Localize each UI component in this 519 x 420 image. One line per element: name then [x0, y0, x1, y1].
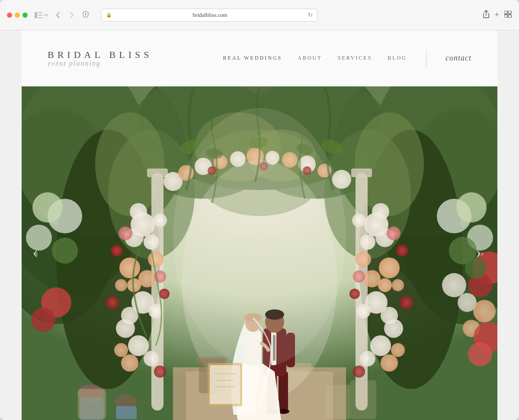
- svg-rect-9: [508, 15, 511, 18]
- svg-point-56: [114, 343, 128, 357]
- svg-point-43: [115, 279, 127, 291]
- svg-rect-3: [38, 17, 42, 18]
- sidebar-toggle[interactable]: [35, 12, 48, 18]
- back-button[interactable]: [53, 10, 63, 20]
- main-nav: BRIDAL BLISS event planning REAL WEDDING…: [22, 30, 497, 86]
- svg-rect-135: [197, 356, 227, 363]
- svg-rect-31: [147, 169, 168, 177]
- slider-next-button[interactable]: ›: [476, 247, 489, 260]
- svg-rect-121: [279, 372, 288, 410]
- svg-rect-33: [351, 169, 372, 177]
- svg-point-49: [159, 289, 170, 299]
- svg-point-153: [173, 108, 346, 367]
- svg-point-77: [370, 335, 391, 356]
- nav-link-services[interactable]: SERVICES: [338, 55, 372, 61]
- lock-icon: 🔒: [106, 12, 112, 18]
- svg-point-60: [360, 234, 375, 250]
- svg-point-91: [473, 300, 496, 322]
- svg-point-47: [116, 319, 135, 338]
- browser-titlebar: 🔒 bridalbliss.com ↻ +: [0, 0, 519, 30]
- forward-button[interactable]: [67, 10, 77, 20]
- svg-point-42: [148, 251, 163, 267]
- svg-point-89: [442, 273, 466, 297]
- nav-link-real-weddings[interactable]: REAL WEDDINGS: [223, 55, 282, 61]
- svg-point-38: [153, 213, 167, 227]
- svg-point-96: [32, 192, 63, 223]
- share-icon[interactable]: [483, 10, 490, 20]
- svg-point-51: [119, 226, 132, 240]
- svg-point-75: [387, 226, 400, 240]
- close-button[interactable]: [7, 13, 12, 18]
- svg-point-70: [356, 304, 371, 318]
- svg-point-67: [392, 279, 404, 291]
- svg-point-83: [456, 192, 487, 223]
- address-bar[interactable]: 🔒 bridalbliss.com ↻: [101, 9, 317, 22]
- svg-point-99: [31, 308, 55, 332]
- svg-point-55: [121, 354, 138, 372]
- svg-rect-145: [116, 406, 137, 419]
- svg-point-64: [363, 270, 381, 287]
- svg-point-74: [400, 296, 413, 309]
- nav-divider: [426, 50, 426, 67]
- svg-point-54: [144, 351, 159, 366]
- site-logo[interactable]: BRIDAL BLISS event planning: [48, 49, 152, 67]
- svg-point-50: [106, 296, 119, 309]
- svg-rect-0: [35, 12, 37, 18]
- svg-point-100: [52, 238, 78, 264]
- svg-rect-2: [38, 15, 42, 16]
- svg-point-73: [349, 289, 360, 299]
- browser-right-controls: +: [483, 10, 512, 20]
- svg-rect-5: [85, 14, 86, 16]
- hero-section: ‹ › ‹ ›: [22, 86, 497, 420]
- svg-rect-8: [504, 15, 507, 18]
- svg-rect-7: [508, 11, 511, 14]
- svg-point-62: [352, 213, 366, 227]
- svg-rect-143: [78, 389, 106, 419]
- svg-rect-137: [210, 365, 240, 404]
- svg-point-57: [154, 366, 166, 378]
- traffic-lights: [7, 13, 28, 18]
- svg-point-39: [119, 258, 140, 278]
- logo-main-text: BRIDAL BLISS: [48, 49, 152, 60]
- refresh-icon: ↻: [308, 12, 313, 19]
- svg-point-94: [468, 342, 492, 366]
- svg-point-48: [111, 245, 123, 257]
- slider-prev-button[interactable]: ‹: [30, 247, 43, 260]
- svg-point-81: [353, 366, 365, 378]
- grid-icon[interactable]: [504, 11, 512, 19]
- logo-sub-text: event planning: [48, 60, 152, 67]
- minimize-button[interactable]: [15, 13, 20, 18]
- svg-point-80: [391, 343, 405, 357]
- svg-point-65: [378, 278, 392, 292]
- nav-link-about[interactable]: ABOUT: [298, 55, 322, 61]
- svg-point-53: [128, 335, 149, 356]
- svg-rect-147: [350, 380, 376, 419]
- svg-point-63: [379, 258, 400, 278]
- svg-rect-146: [324, 385, 350, 419]
- svg-point-71: [384, 319, 403, 338]
- url-text: bridalbliss.com: [115, 12, 305, 19]
- new-tab-icon[interactable]: +: [495, 10, 499, 19]
- svg-point-66: [356, 251, 371, 267]
- svg-point-36: [144, 234, 159, 250]
- svg-point-72: [396, 245, 408, 257]
- svg-point-78: [360, 351, 375, 366]
- svg-rect-6: [504, 11, 507, 14]
- svg-point-76: [353, 270, 365, 283]
- browser-window: 🔒 bridalbliss.com ↻ +: [0, 0, 519, 420]
- svg-point-40: [138, 270, 156, 287]
- privacy-icon: [82, 11, 89, 19]
- website-content: BRIDAL BLISS event planning REAL WEDDING…: [22, 30, 497, 420]
- nav-menu: REAL WEDDINGS ABOUT SERVICES BLOG contac…: [223, 50, 471, 67]
- svg-point-37: [130, 203, 147, 220]
- svg-rect-1: [38, 12, 42, 13]
- svg-point-79: [381, 354, 398, 372]
- maximize-button[interactable]: [22, 13, 28, 18]
- nav-link-blog[interactable]: BLOG: [388, 55, 407, 61]
- nav-contact-link[interactable]: contact: [445, 54, 471, 63]
- svg-point-61: [372, 203, 389, 220]
